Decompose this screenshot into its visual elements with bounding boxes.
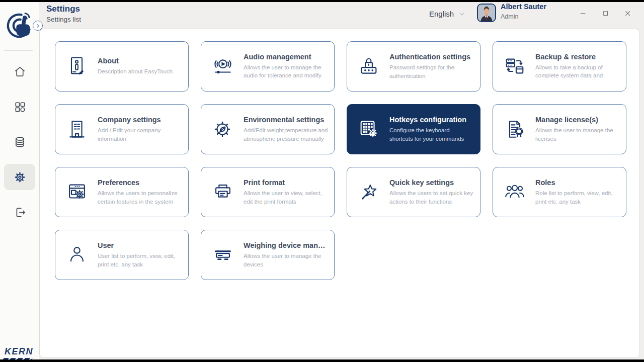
- card-about[interactable]: About Description about EasyTouch: [55, 41, 189, 92]
- card-authentication-settings[interactable]: Authentication settings Password setting…: [347, 41, 480, 92]
- card-title: Manage license(s): [535, 116, 621, 124]
- authentication-icon: [357, 55, 380, 78]
- weighing-icon: [211, 243, 234, 266]
- close-button[interactable]: [623, 9, 632, 18]
- card-description: Allows the user to manage the devices: [244, 252, 329, 268]
- card-description: Allows the user to view, select, edit th…: [244, 189, 329, 205]
- card-title: Print format: [244, 178, 329, 187]
- sidebar-divider: [4, 50, 33, 51]
- database-icon: [13, 135, 27, 149]
- card-weighing-device-management[interactable]: Weighing device management Allows the us…: [201, 230, 335, 280]
- user-name: Albert Sauter: [501, 3, 546, 11]
- user-avatar[interactable]: [477, 4, 496, 22]
- backup-restore-icon: [503, 55, 526, 78]
- card-audio-management[interactable]: Audio management Allows the user to mana…: [201, 41, 335, 92]
- card-title: Backup & restore: [535, 53, 621, 61]
- sidebar-nav: [0, 58, 39, 225]
- card-description: Role list to perform, view, edit, print …: [535, 189, 621, 205]
- user-role: Admin: [501, 13, 518, 20]
- print-icon: [211, 180, 234, 204]
- user-photo: [478, 5, 495, 21]
- card-description: Configure the keyboard shortcuts for you…: [389, 126, 475, 142]
- about-icon: [65, 55, 89, 78]
- kern-logo: KERN: [5, 346, 33, 357]
- card-description: Password settings for the authentication: [389, 63, 475, 79]
- card-description: User list to perform, view, edit, print …: [98, 252, 183, 268]
- sidebar-item-settings[interactable]: [4, 164, 35, 190]
- company-icon: [65, 118, 89, 141]
- card-title: About: [98, 57, 183, 65]
- environment-icon: [211, 118, 234, 141]
- card-roles[interactable]: Roles Role list to perform, view, edit, …: [493, 167, 626, 217]
- roles-icon: [503, 180, 526, 204]
- card-environmental-settings[interactable]: Environmental settings Add/Edit weight,t…: [201, 104, 335, 154]
- card-company-settings[interactable]: Company settings Add / Edit your company…: [55, 104, 189, 154]
- card-title: Environmental settings: [244, 116, 329, 124]
- easytouch-logo: [4, 7, 34, 44]
- logout-icon: [13, 206, 27, 219]
- card-description: Add / Edit your company information: [98, 126, 183, 142]
- close-icon: [624, 10, 631, 17]
- settings-cards-grid: About Description about EasyTouch Audio …: [55, 41, 626, 280]
- chevron-down-icon: [458, 11, 465, 18]
- screen-bottom-bar: [0, 359, 644, 362]
- card-title: Authentication settings: [389, 53, 475, 61]
- audio-icon: [211, 55, 234, 78]
- user-icon: [65, 243, 89, 266]
- sidebar-expand-button[interactable]: [33, 21, 43, 31]
- page-subtitle: Settings list: [46, 16, 81, 23]
- sidebar-item-data[interactable]: [4, 129, 35, 155]
- card-title: Roles: [535, 178, 621, 187]
- card-description: Allows to take a backup of complete syst…: [535, 63, 621, 80]
- card-title: Weighing device management: [244, 241, 329, 249]
- card-title: Audio management: [244, 53, 329, 61]
- main-panel: About Description about EasyTouch Audio …: [39, 29, 640, 358]
- gear-icon: [13, 170, 27, 184]
- card-hotkeys-configuration[interactable]: Hotkeys configuration Configure the keyb…: [347, 104, 480, 154]
- sidebar-item-home[interactable]: [4, 58, 35, 84]
- license-icon: [503, 118, 526, 141]
- card-backup-restore[interactable]: Backup & restore Allows to take a backup…: [493, 41, 626, 92]
- card-manage-licenses[interactable]: Manage license(s) Allows the user to man…: [493, 104, 626, 154]
- maximize-icon: [602, 10, 609, 17]
- card-title: Company settings: [98, 116, 183, 124]
- card-description: Allows the users to personalize certain …: [98, 189, 183, 205]
- maximize-button[interactable]: [601, 9, 610, 18]
- minimize-icon: [579, 10, 587, 17]
- sidebar-item-apps[interactable]: [4, 94, 35, 120]
- language-selector[interactable]: English: [429, 10, 465, 18]
- apps-icon: [13, 100, 27, 114]
- card-description: Allows the user to manage the audio for …: [244, 63, 329, 80]
- card-description: Allows the user to manage the licenses: [535, 126, 621, 142]
- chevron-right-icon: [35, 23, 41, 29]
- hotkeys-icon: [357, 118, 380, 141]
- card-title: User: [98, 241, 183, 249]
- card-title: Hotkeys configuration: [389, 116, 475, 124]
- card-user[interactable]: User User list to perform, view, edit, p…: [55, 230, 189, 280]
- card-title: Quick key settings: [389, 178, 475, 187]
- card-description: Allows the users to set quick key action…: [389, 189, 475, 205]
- card-description: Add/Edit weight,temperature and atmosphe…: [244, 126, 329, 142]
- screen-top-bar: [0, 0, 644, 2]
- card-preferences[interactable]: Preferences Allows the users to personal…: [55, 167, 189, 217]
- home-icon: [13, 65, 27, 78]
- page-title: Settings: [46, 4, 80, 14]
- quickkey-icon: [357, 180, 380, 204]
- preferences-icon: [65, 180, 89, 204]
- minimize-button[interactable]: [578, 9, 587, 18]
- card-description: Description about EasyTouch: [98, 67, 183, 75]
- card-print-format[interactable]: Print format Allows the user to view, se…: [201, 167, 335, 217]
- header: Settings Settings list English Albert Sa…: [39, 2, 644, 29]
- sidebar-item-logout[interactable]: [4, 199, 35, 225]
- card-title: Preferences: [98, 178, 183, 187]
- card-quick-key-settings[interactable]: Quick key settings Allows the users to s…: [347, 167, 480, 217]
- language-value: English: [429, 10, 454, 18]
